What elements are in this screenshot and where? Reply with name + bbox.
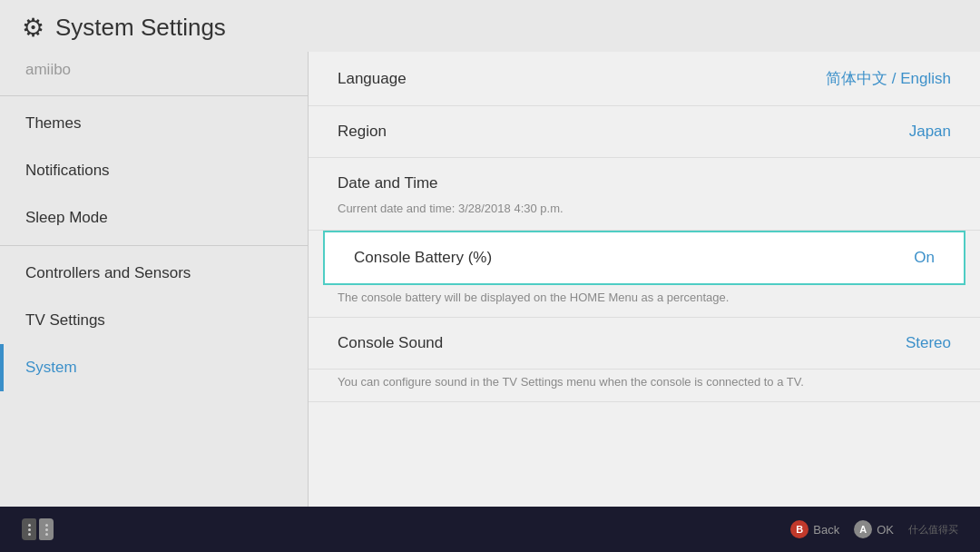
language-label: Language: [338, 70, 407, 88]
a-button-icon: A: [854, 520, 872, 538]
region-label: Region: [338, 123, 387, 141]
sidebar-item-tv-settings[interactable]: TV Settings: [0, 297, 308, 344]
sidebar-item-notifications[interactable]: Notifications: [0, 147, 308, 194]
main-content: amiibo Themes Notifications Sleep Mode C…: [0, 52, 980, 507]
joycon-left: [22, 518, 36, 540]
console-battery-subtitle: The console battery will be displayed on…: [309, 285, 980, 318]
page-title: System Settings: [55, 14, 226, 42]
joycon-dot-5: [45, 528, 48, 531]
language-row[interactable]: Language 简体中文 / English: [309, 52, 980, 106]
sidebar-item-controllers-sensors[interactable]: Controllers and Sensors: [0, 250, 308, 297]
b-button-icon: B: [790, 520, 808, 538]
date-time-section[interactable]: Date and Time Current date and time: 3/2…: [309, 158, 980, 231]
sidebar-divider-2: [0, 245, 308, 246]
sidebar-divider-1: [0, 95, 308, 96]
footer-left: [22, 518, 54, 540]
header: ⚙ System Settings: [0, 0, 980, 52]
joycon-dot-4: [45, 524, 48, 527]
console-sound-label: Console Sound: [338, 334, 443, 352]
back-button[interactable]: B Back: [790, 520, 839, 538]
footer: B Back A OK 什么值得买: [0, 507, 980, 552]
joycon-right: [39, 518, 54, 540]
sidebar-item-amiibo[interactable]: amiibo: [0, 52, 308, 92]
console-sound-subtitle: You can configure sound in the TV Settin…: [309, 370, 980, 402]
console-battery-label: Console Battery (%): [354, 249, 492, 267]
console-battery-value: On: [914, 249, 935, 267]
sidebar-item-sleep-mode[interactable]: Sleep Mode: [0, 194, 308, 242]
settings-icon: ⚙: [22, 13, 44, 43]
footer-right: B Back A OK 什么值得买: [790, 520, 958, 538]
region-row[interactable]: Region Japan: [309, 106, 980, 158]
content-area: Language 简体中文 / English Region Japan Dat…: [309, 52, 980, 507]
ok-button[interactable]: A OK: [854, 520, 894, 538]
console-sound-row[interactable]: Console Sound Stereo: [309, 318, 980, 370]
date-time-label: Date and Time: [309, 158, 980, 198]
console-sound-value: Stereo: [906, 334, 951, 352]
watermark: 什么值得买: [908, 523, 958, 537]
sidebar-item-system[interactable]: System: [0, 344, 308, 391]
date-time-value: Current date and time: 3/28/2018 4:30 p.…: [309, 198, 980, 230]
language-value: 简体中文 / English: [826, 68, 951, 89]
joycon-dot-6: [45, 533, 48, 536]
ok-label: OK: [877, 523, 894, 537]
sidebar-item-themes[interactable]: Themes: [0, 100, 308, 147]
joycon-dot-1: [28, 524, 31, 527]
region-value: Japan: [909, 123, 951, 141]
joycon-dot-3: [28, 533, 31, 536]
console-battery-row[interactable]: Console Battery (%) On: [323, 231, 965, 285]
joycon-icon: [22, 518, 54, 540]
sidebar: amiibo Themes Notifications Sleep Mode C…: [0, 52, 309, 507]
back-label: Back: [813, 523, 839, 537]
joycon-dot-2: [28, 528, 31, 531]
